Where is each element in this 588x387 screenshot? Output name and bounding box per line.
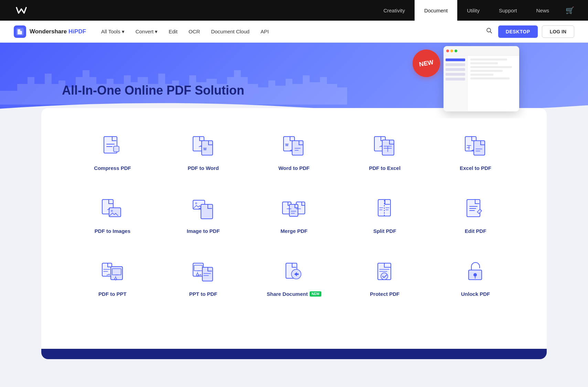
preview-sidebar-item xyxy=(446,78,465,80)
compress-pdf-icon xyxy=(99,132,126,160)
pdf-to-images-icon xyxy=(99,195,126,223)
nav-all-tools[interactable]: All Tools ▾ xyxy=(96,26,129,37)
hipdf-icon xyxy=(14,25,26,38)
tool-pdf-to-excel[interactable]: PDF to Excel xyxy=(341,122,428,178)
minimize-dot xyxy=(450,50,453,52)
svg-point-38 xyxy=(381,273,388,280)
tool-ppt-to-pdf[interactable]: PPT to PDF xyxy=(160,248,247,304)
nav-ocr[interactable]: OCR xyxy=(184,26,205,37)
preview-sidebar xyxy=(443,56,468,111)
pdf-to-word-icon: W xyxy=(190,132,217,160)
preview-sidebar-item xyxy=(446,63,465,66)
main-content: Compress PDF W PDF to Word xyxy=(0,108,588,359)
tool-pdf-to-images[interactable]: PDF to Images xyxy=(69,185,156,241)
login-button[interactable]: LOG IN xyxy=(542,25,574,38)
share-document-icon xyxy=(280,258,308,286)
tool-unlock-pdf[interactable]: Unlock PDF xyxy=(432,248,519,304)
hipdf-name: Wondershare HiPDF xyxy=(30,28,86,35)
hero-title: All-In-One Online PDF Solution xyxy=(62,83,244,98)
svg-rect-0 xyxy=(14,3,29,18)
unlock-pdf-icon xyxy=(462,258,489,286)
chevron-down-icon-convert: ▾ xyxy=(155,29,158,35)
preview-row xyxy=(470,66,512,68)
excel-to-pdf-icon xyxy=(462,132,489,160)
tool-protect-pdf[interactable]: Protect PDF xyxy=(341,248,428,304)
cart-icon[interactable]: 🛒 xyxy=(566,6,574,14)
svg-point-19 xyxy=(195,202,197,204)
sec-nav-links: All Tools ▾ Convert ▾ Edit OCR Document … xyxy=(96,26,484,37)
svg-rect-10 xyxy=(292,141,303,155)
tool-word-to-pdf[interactable]: W Word to PDF xyxy=(250,122,338,178)
ppt-to-pdf-icon xyxy=(190,258,217,286)
svg-rect-4 xyxy=(114,146,119,152)
preview-row xyxy=(470,74,493,76)
nav-utility[interactable]: Utility xyxy=(457,0,489,21)
search-icon xyxy=(486,27,493,34)
preview-row xyxy=(470,62,498,64)
tools-container: Compress PDF W PDF to Word xyxy=(41,108,547,349)
tool-split-pdf[interactable]: Split PDF xyxy=(341,185,428,241)
protect-pdf-icon xyxy=(371,258,398,286)
excel-to-pdf-label: Excel to PDF xyxy=(460,165,491,171)
preview-sidebar-item xyxy=(446,58,465,61)
maximize-dot xyxy=(455,50,457,52)
preview-body xyxy=(443,56,519,111)
secondary-navigation: Wondershare HiPDF All Tools ▾ Convert ▾ … xyxy=(0,21,588,43)
tool-compress-pdf[interactable]: Compress PDF xyxy=(69,122,156,178)
image-to-pdf-label: Image to PDF xyxy=(187,228,220,234)
ppt-to-pdf-label: PPT to PDF xyxy=(189,291,217,297)
nav-news[interactable]: News xyxy=(526,0,559,21)
tool-merge-pdf[interactable]: Merge PDF xyxy=(250,185,338,241)
nav-creativity[interactable]: Creativity xyxy=(374,0,415,21)
svg-rect-20 xyxy=(201,204,213,219)
merge-pdf-icon xyxy=(280,195,308,223)
search-button[interactable] xyxy=(484,26,494,37)
svg-rect-12 xyxy=(382,140,394,155)
hipdf-brand[interactable]: Wondershare HiPDF xyxy=(14,25,86,38)
nav-document[interactable]: Document xyxy=(415,0,457,21)
pdf-to-images-label: PDF to Images xyxy=(95,228,130,234)
image-to-pdf-icon xyxy=(190,195,217,223)
preview-row xyxy=(470,58,507,61)
new-tag: NEW xyxy=(310,291,321,297)
wondershare-logo[interactable] xyxy=(14,3,29,18)
pdf-to-excel-icon xyxy=(371,132,398,160)
preview-main xyxy=(468,56,519,111)
nav-doc-cloud[interactable]: Document Cloud xyxy=(206,26,254,37)
share-document-label: Share Document NEW xyxy=(267,291,321,297)
app-preview xyxy=(443,46,519,111)
svg-rect-14 xyxy=(474,141,485,155)
preview-row xyxy=(470,70,503,72)
desktop-button[interactable]: DESKTOP xyxy=(498,25,538,38)
tool-share-document[interactable]: Share Document NEW xyxy=(250,248,338,304)
svg-point-2 xyxy=(487,28,491,32)
preview-sidebar-item xyxy=(446,68,465,71)
top-nav-links: Creativity Document Utility Support News… xyxy=(374,0,574,21)
nav-api[interactable]: API xyxy=(256,26,274,37)
top-navigation: Creativity Document Utility Support News… xyxy=(0,0,588,21)
split-pdf-icon xyxy=(371,195,398,223)
svg-rect-16 xyxy=(109,208,121,217)
compress-pdf-label: Compress PDF xyxy=(94,165,131,171)
preview-row xyxy=(470,77,510,79)
pdf-to-word-label: PDF to Word xyxy=(188,165,219,171)
nav-edit[interactable]: Edit xyxy=(164,26,182,37)
tool-excel-to-pdf[interactable]: Excel to PDF xyxy=(432,122,519,178)
tool-pdf-to-ppt[interactable]: PDF to PPT xyxy=(69,248,156,304)
tool-image-to-pdf[interactable]: Image to PDF xyxy=(160,185,247,241)
edit-pdf-icon xyxy=(462,195,489,223)
chevron-down-icon: ▾ xyxy=(122,29,125,35)
preview-sidebar-item xyxy=(446,73,465,76)
bottom-bar xyxy=(41,349,547,359)
nav-support[interactable]: Support xyxy=(489,0,527,21)
close-dot xyxy=(446,50,449,52)
pdf-to-excel-label: PDF to Excel xyxy=(369,165,400,171)
svg-text:W: W xyxy=(285,143,289,147)
edit-pdf-label: Edit PDF xyxy=(465,228,487,234)
preview-header xyxy=(443,46,519,56)
tool-edit-pdf[interactable]: Edit PDF xyxy=(432,185,519,241)
word-to-pdf-icon: W xyxy=(280,132,308,160)
word-to-pdf-label: Word to PDF xyxy=(278,165,310,171)
tool-pdf-to-word[interactable]: W PDF to Word xyxy=(160,122,247,178)
nav-convert[interactable]: Convert ▾ xyxy=(131,26,163,37)
